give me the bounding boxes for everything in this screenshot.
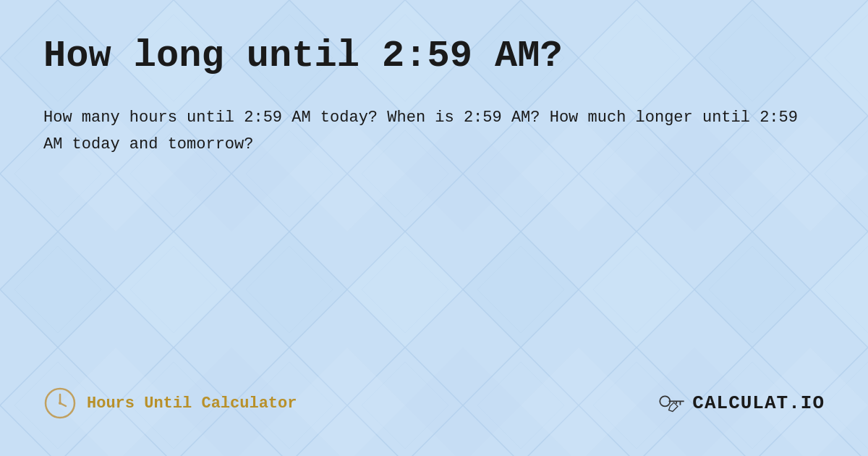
calculat-logo-text: CALCULAT.IO [692, 392, 825, 414]
page-content: How long until 2:59 AM? How many hours u… [0, 0, 868, 456]
svg-point-37 [59, 402, 61, 405]
page-description: How many hours until 2:59 AM today? When… [43, 104, 825, 159]
footer-brand-text: Hours Until Calculator [87, 394, 297, 413]
footer-brand: Hours Until Calculator [43, 387, 297, 420]
text-section: How long until 2:59 AM? How many hours u… [43, 35, 825, 159]
footer: Hours Until Calculator CALCULAT.IO [43, 387, 825, 427]
page-title: How long until 2:59 AM? [43, 35, 825, 78]
calculat-icon [656, 387, 688, 419]
calculat-logo: CALCULAT.IO [656, 387, 825, 419]
svg-point-38 [660, 396, 671, 406]
clock-icon [43, 387, 77, 420]
